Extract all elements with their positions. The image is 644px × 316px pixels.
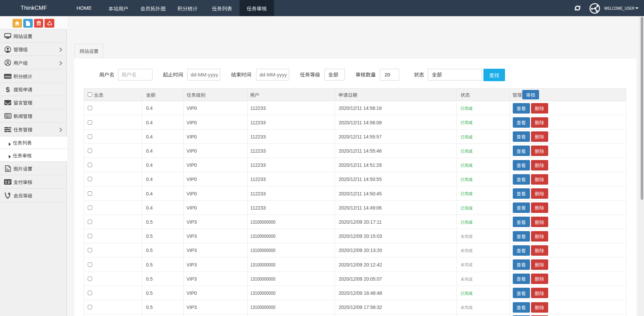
svg-text:VISA: VISA (5, 75, 11, 78)
